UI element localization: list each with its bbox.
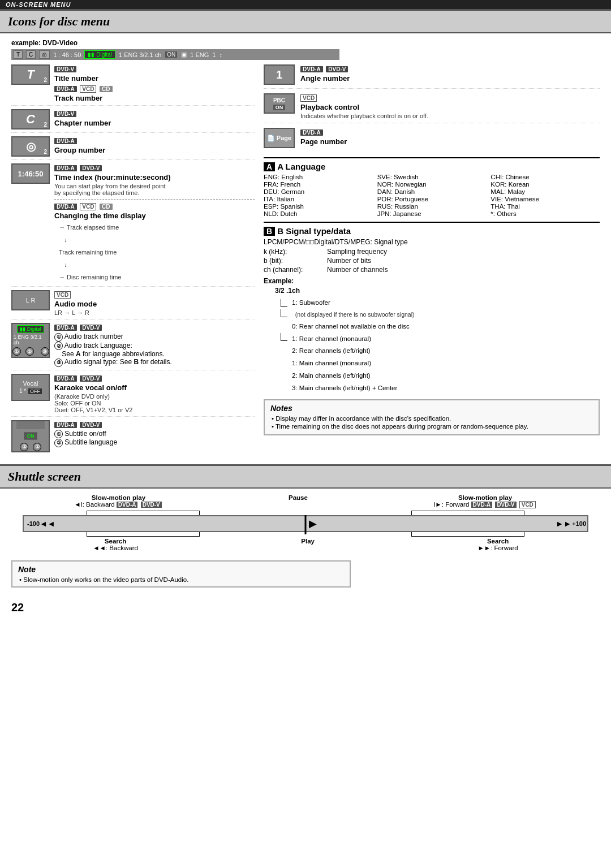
pbc-on: ON — [273, 105, 286, 110]
lang-vie: VIE: Vietnamese — [490, 196, 600, 202]
top-bar-label: ON-SCREEN MENU — [6, 1, 71, 8]
time-index-sub: You can start play from the desired poin… — [54, 183, 255, 196]
subtitle-row: ON ② ① DVD-A DVD-V ① Subtitle on/off ② S… — [11, 420, 255, 455]
signal-section: B B Signal type/data LPCM/PPCM/□□Digital… — [264, 222, 600, 435]
karaoke-sub: (Karaoke DVD only) Solo: OFF or ON Duet:… — [54, 393, 255, 413]
bracket-lines — [11, 511, 600, 515]
notes-item2: • Time remaining on the disc does not ap… — [276, 423, 593, 430]
lang-letter: A — [264, 162, 275, 171]
time-steps: → Track elapsed time ↓ Track remaining t… — [59, 221, 255, 283]
dvda-badge4: DVD-A — [54, 204, 77, 210]
audio-lr-text: L R — [26, 297, 36, 304]
vcd-badge4: VCD — [80, 203, 96, 210]
search-backward-sub: ◄◄: Backward — [93, 545, 138, 551]
diag-subwoofer-note: (not displayed if there is no subwoofer … — [292, 309, 415, 321]
audio-track-row: ▮▮ Digital 1 ENG 3/2.1 ch ① ② ③ DVD-A DV… — [11, 323, 255, 370]
lang-chi: CHI: Chinese — [490, 174, 600, 180]
angle-row: 1 DVD-A DVD-V Angle number — [264, 64, 600, 89]
vocal-icon: Vocal 1 * OFF — [11, 374, 50, 401]
audio-mode-sub: LR → L → R — [54, 309, 255, 316]
time-index-label: Time index (hour:minute:second) — [54, 173, 255, 182]
pause-block: Pause — [289, 494, 308, 508]
circle3: ③ — [41, 347, 49, 356]
search-forward-sub: ►►: Forward — [477, 545, 518, 551]
page-icon: 📄 Page — [264, 128, 295, 148]
vcd-shuttle2: VCD — [519, 501, 536, 508]
subtitle-item1: ① Subtitle on/off — [54, 430, 255, 439]
title-track-row: T 2 DVD-V Title number DVD-A VCD CD Trac… — [11, 64, 255, 106]
audio-track-nums: ① ② ③ — [12, 347, 49, 356]
tree-lines — [281, 299, 287, 341]
lang-mal: MAL: Malay — [490, 188, 600, 195]
digital-label: Digital — [96, 51, 112, 58]
audio-track-items: ① Audio track number ② Audio track Langu… — [54, 332, 255, 367]
track-label: Track number — [54, 94, 255, 102]
circle2: ② — [25, 347, 34, 356]
lang-eng: ENG: English — [264, 174, 373, 180]
dvdv-badge2: DVD-V — [54, 111, 76, 117]
shuttle-bottom-labels: Search ◄◄: Backward Play Search ►►: Forw… — [11, 538, 600, 551]
notes-item1: • Display may differ in accordance with … — [276, 415, 593, 422]
sub-circle2: ② — [20, 443, 28, 451]
title-icon: T 2 — [11, 64, 50, 85]
page-icon-text: 📄 Page — [267, 135, 291, 142]
shuttle-bar-container: -100 ◄◄ ►► +100 ▶ — [23, 515, 588, 532]
cd-badge4: CD — [100, 204, 112, 210]
dvda-badge-r2: DVD-A — [300, 129, 323, 136]
changing-label: Changing the time display — [54, 211, 255, 220]
lang-tha: THA: Thai — [490, 203, 600, 210]
slow-backward-block: Slow-motion play ◄I: Backward DVD-A DVD-… — [74, 494, 163, 508]
signal-header: B B Signal type/data — [264, 226, 600, 236]
subtitle-desc: DVD-A DVD-V ① Subtitle on/off ② Subtitle… — [54, 420, 255, 447]
dvdv-shuttle1: DVD-V — [141, 502, 162, 508]
time-icon-text: 1:46:50 — [18, 170, 44, 178]
status-t-icon: T — [14, 50, 23, 59]
shuttle-bar: -100 ◄◄ ►► +100 ▶ — [23, 515, 588, 532]
audio-mode-label: Audio mode — [54, 300, 255, 308]
time-index-row: 1:46:50 DVD-A DVD-V Time index (hour:min… — [11, 163, 255, 287]
group-row: ◎ 2 DVD-A Group number — [11, 136, 255, 160]
main-columns: T 2 DVD-V Title number DVD-A VCD CD Trac… — [11, 64, 600, 459]
cd-badge1: CD — [100, 86, 112, 92]
pbc-row: PBC ON VCD Playback control Indicates wh… — [264, 93, 600, 123]
diagram-wrapper: 1: Subwoofer (not displayed if there is … — [281, 297, 600, 395]
karaoke-desc: DVD-A DVD-V Karaoke vocal on/off (Karaok… — [54, 374, 255, 413]
dvdv-badge3: DVD-V — [80, 165, 102, 171]
search-forward-label: Search — [477, 538, 518, 545]
audio-mode-icon: L R — [11, 290, 50, 310]
language-header: A A Language — [264, 162, 600, 171]
time-badges: DVD-A DVD-V — [54, 163, 255, 172]
ch-val: Number of channels — [327, 266, 600, 274]
lang-sve: SVE: Swedish — [377, 174, 487, 180]
diag-main2: 2: Main channels (left/right) — [292, 370, 415, 382]
pause-label: Pause — [289, 494, 308, 501]
khz-label: k (kHz): — [264, 248, 326, 256]
search-forward-block: Search ►►: Forward — [477, 538, 518, 551]
signal-example-title: Example: — [264, 277, 600, 285]
group-icon-num: 2 — [44, 149, 47, 155]
bar-left-num: -100 — [27, 520, 40, 527]
lang-nor: NOR: Norwegian — [377, 181, 487, 188]
signal-line1: LPCM/PPCM/□□Digital/DTS/MPEG: Signal typ… — [264, 238, 600, 246]
section1-content: example: DVD-Video T C ◎ 1 : 46 : 50 ▮▮ … — [0, 33, 611, 464]
play-block: Play — [301, 538, 315, 551]
diag-rear0: 0: Rear channel not available on the dis… — [292, 321, 415, 333]
diag-subwoofer: 1: Subwoofer — [292, 297, 415, 309]
bracket-left-bot — [87, 532, 200, 537]
chapter-label: Chapter number — [54, 119, 255, 127]
status-time: 1 : 46 : 50 — [53, 51, 81, 58]
diag-main1: 1: Main channel (monaural) — [292, 357, 415, 370]
note-title: Note — [18, 565, 344, 574]
status-eng2: 1 ENG — [190, 51, 209, 58]
dvda-badge-r1: DVD-A — [300, 66, 323, 72]
title-icon-letter: T — [27, 67, 34, 82]
dvdv-badge7: DVD-V — [80, 422, 102, 428]
dvdv-shuttle2: DVD-V — [495, 502, 516, 508]
lang-deu: DEU: German — [264, 188, 373, 195]
left-column: T 2 DVD-V Title number DVD-A VCD CD Trac… — [11, 64, 255, 459]
top-bar: ON-SCREEN MENU — [0, 0, 611, 9]
note-item: • Slow-motion only works on the video pa… — [24, 576, 344, 583]
audio-mode-row: L R VCD Audio mode LR → L → R — [11, 290, 255, 319]
lang-ita: ITA: Italian — [264, 196, 373, 202]
audio-track-eng: 1 ENG 3/2.1 ch — [14, 334, 48, 346]
